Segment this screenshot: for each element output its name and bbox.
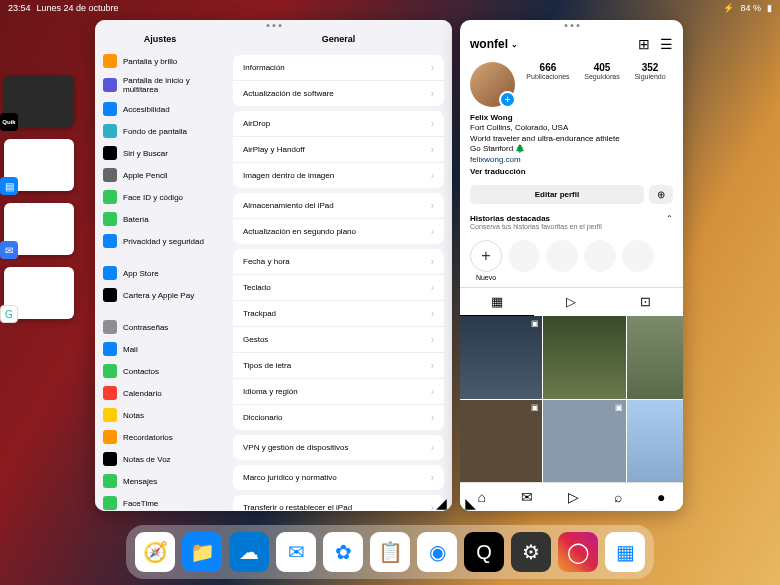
settings-row[interactable]: Diccionario›: [233, 405, 444, 430]
settings-panel: Ajustes Pantalla y brilloPantalla de ini…: [95, 20, 452, 511]
discover-people-icon[interactable]: ⊕: [649, 185, 673, 204]
dock-app[interactable]: ⚙: [511, 532, 551, 572]
sidebar-item[interactable]: Recordatorios: [95, 426, 225, 448]
dock-app[interactable]: ☁: [229, 532, 269, 572]
post[interactable]: [543, 316, 625, 398]
profile-icon[interactable]: ●: [657, 489, 665, 505]
settings-row[interactable]: Idioma y región›: [233, 379, 444, 405]
multitask-dots-icon[interactable]: [564, 24, 579, 27]
sidebar-item[interactable]: Privacidad y seguridad: [95, 230, 225, 252]
dock-app[interactable]: ✉: [276, 532, 316, 572]
settings-row[interactable]: Almacenamiento del iPad›: [233, 193, 444, 219]
settings-row[interactable]: AirPlay y Handoff›: [233, 137, 444, 163]
sidebar-item[interactable]: App Store: [95, 262, 225, 284]
dock-app[interactable]: ◉: [417, 532, 457, 572]
sidebar-item[interactable]: Notas: [95, 404, 225, 426]
content-title: General: [225, 20, 452, 50]
thumb-quik[interactable]: Quik: [4, 75, 74, 127]
bio-link[interactable]: felixwong.com: [470, 155, 673, 165]
dock-app[interactable]: ✿: [323, 532, 363, 572]
dock-app[interactable]: ▦: [605, 532, 645, 572]
dock-app[interactable]: 📁: [182, 532, 222, 572]
settings-row[interactable]: Imagen dentro de imagen›: [233, 163, 444, 188]
sidebar-item[interactable]: Accesibilidad: [95, 98, 225, 120]
tab-grid-icon[interactable]: ▦: [460, 288, 534, 316]
dock-app[interactable]: Q: [464, 532, 504, 572]
settings-row[interactable]: Teclado›: [233, 275, 444, 301]
highlight-new[interactable]: +Nuevo: [470, 240, 502, 281]
sidebar-item[interactable]: Pantalla y brillo: [95, 50, 225, 72]
sidebar-item[interactable]: Contraseñas: [95, 316, 225, 338]
settings-row[interactable]: Trackpad›: [233, 301, 444, 327]
home-icon[interactable]: ⌂: [478, 489, 486, 505]
thumb-mail[interactable]: ✉: [4, 203, 74, 255]
ig-nav: ⌂ ✉ ▷ ⌕ ●: [460, 482, 683, 511]
post[interactable]: ▣: [543, 400, 625, 482]
stat[interactable]: 352Siguiendo: [634, 62, 665, 107]
ig-username[interactable]: wonfel⌄: [470, 37, 518, 51]
resize-handle-icon[interactable]: ◢: [436, 495, 450, 509]
sidebar-item[interactable]: Calendario: [95, 382, 225, 404]
avatar[interactable]: [470, 62, 515, 107]
instagram-panel: wonfel⌄ ⊞ ☰ 666Publicaciones405Seguidora…: [460, 20, 683, 511]
settings-row[interactable]: Actualización en segundo plano›: [233, 219, 444, 244]
sidebar-item[interactable]: Mensajes: [95, 470, 225, 492]
thumb-files[interactable]: ▤: [4, 139, 74, 191]
post[interactable]: ▣: [460, 316, 542, 398]
settings-row[interactable]: Información›: [233, 55, 444, 81]
sidebar-item[interactable]: Siri y Buscar: [95, 142, 225, 164]
post-grid: ▣ ▣ ▣ ▣ ▣: [460, 316, 683, 482]
sidebar-title: Ajustes: [95, 20, 225, 50]
sidebar-item[interactable]: Batería: [95, 208, 225, 230]
bio: Felix Wong Fort Collins, Colorado, USA W…: [460, 111, 683, 179]
dock: 🧭📁☁✉✿📋◉Q⚙◯▦: [126, 525, 654, 579]
sidebar-item[interactable]: Notas de Voz: [95, 448, 225, 470]
dock-app[interactable]: 🧭: [135, 532, 175, 572]
settings-sidebar: Ajustes Pantalla y brilloPantalla de ini…: [95, 20, 225, 511]
settings-row[interactable]: AirDrop›: [233, 111, 444, 137]
post[interactable]: ▣: [627, 316, 683, 398]
stat[interactable]: 405Seguidoras: [584, 62, 619, 107]
sidebar-item[interactable]: Pantalla de inicio y multitarea: [95, 72, 225, 98]
dock-app[interactable]: ◯: [558, 532, 598, 572]
translate-link[interactable]: Ver traducción: [470, 167, 673, 177]
settings-row[interactable]: VPN y gestión de dispositivos›: [233, 435, 444, 460]
resize-handle-icon[interactable]: ◢: [462, 495, 476, 509]
stat[interactable]: 666Publicaciones: [526, 62, 569, 107]
post[interactable]: ▣: [460, 400, 542, 482]
app-switcher-thumbs: Quik ▤ ✉ G: [4, 75, 86, 319]
settings-content: General Información›Actualización de sof…: [225, 20, 452, 511]
thumb-grammarly[interactable]: G: [4, 267, 74, 319]
sidebar-item[interactable]: Contactos: [95, 360, 225, 382]
reels-icon[interactable]: ▷: [568, 489, 579, 505]
new-post-icon[interactable]: ⊞: [638, 36, 650, 52]
tab-tagged-icon[interactable]: ⊡: [609, 288, 683, 316]
settings-row[interactable]: Fecha y hora›: [233, 249, 444, 275]
sidebar-item[interactable]: Fondo de pantalla: [95, 120, 225, 142]
settings-row[interactable]: Transferir o restablecer el iPad›: [233, 495, 444, 511]
settings-row[interactable]: Gestos›: [233, 327, 444, 353]
sidebar-item[interactable]: Apple Pencil: [95, 164, 225, 186]
search-icon[interactable]: ⌕: [614, 489, 622, 505]
menu-icon[interactable]: ☰: [660, 36, 673, 52]
settings-row[interactable]: Marco jurídico y normativo›: [233, 465, 444, 490]
post[interactable]: ▣: [627, 400, 683, 482]
dock-app[interactable]: 📋: [370, 532, 410, 572]
messages-icon[interactable]: ✉: [521, 489, 533, 505]
tab-reels-icon[interactable]: ▷: [534, 288, 608, 316]
edit-profile-button[interactable]: Editar perfil: [470, 185, 644, 204]
sidebar-item[interactable]: Mail: [95, 338, 225, 360]
multitask-dots-icon[interactable]: [266, 24, 281, 27]
status-bar: 23:54Lunes 24 de octubre ⚡84 %▮: [0, 0, 780, 16]
settings-row[interactable]: Actualización de software›: [233, 81, 444, 106]
settings-row[interactable]: Tipos de letra›: [233, 353, 444, 379]
sidebar-item[interactable]: Cartera y Apple Pay: [95, 284, 225, 306]
highlights-header[interactable]: Historias destacadas⌃ Conserva tus histo…: [460, 210, 683, 234]
sidebar-item[interactable]: Face ID y código: [95, 186, 225, 208]
sidebar-item[interactable]: FaceTime: [95, 492, 225, 511]
